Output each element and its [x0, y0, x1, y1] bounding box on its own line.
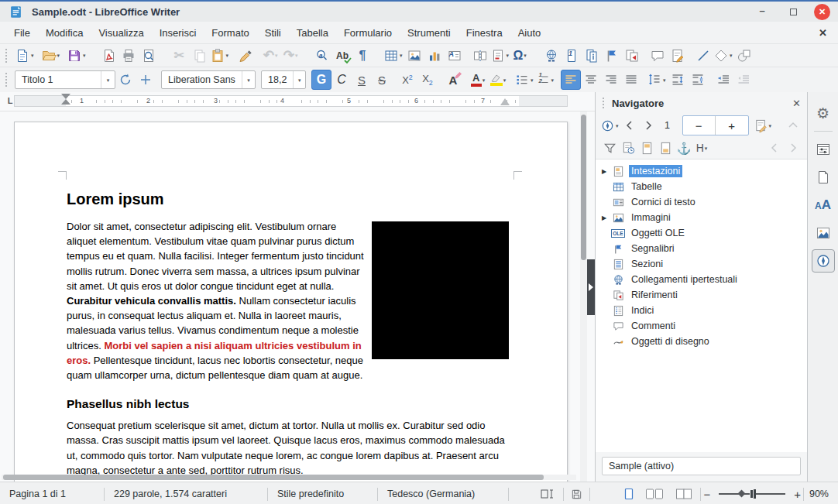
formatting-marks-button[interactable]: ¶	[352, 46, 373, 66]
bullet-list-button[interactable]: ▾	[514, 70, 535, 90]
font-size-combo[interactable]: 18,2 ▾	[261, 70, 306, 89]
menu-inserisci[interactable]: Inserisci	[152, 24, 204, 42]
tree-item-references[interactable]: Riferimenti	[596, 287, 807, 303]
tab-gallery[interactable]	[812, 221, 835, 245]
tree-item-label[interactable]: Indici	[629, 304, 656, 317]
tree-item-label[interactable]: Commenti	[629, 320, 678, 332]
dropdown-arrow-icon[interactable]: ▾	[295, 53, 298, 58]
horizontal-ruler[interactable]: L 1 2 3 4 5 6 7	[0, 92, 595, 111]
tree-item-label[interactable]: Collegamenti ipertestuali	[629, 273, 740, 286]
ruler-band[interactable]: 1 2 3 4 5 6 7	[14, 95, 568, 107]
tree-item-label[interactable]: Segnalibri	[629, 242, 677, 255]
increase-indent-button[interactable]	[713, 70, 733, 90]
paste-button[interactable]: ▾	[210, 46, 231, 66]
tree-item-label[interactable]: Cornici di testo	[629, 196, 698, 208]
dropdown-arrow-icon[interactable]: ▾	[226, 53, 229, 58]
paragraph-style-dropdown[interactable]: ▾	[101, 71, 115, 88]
document-selector[interactable]: Sample (attivo)	[602, 457, 801, 475]
insert-mode-status[interactable]	[534, 489, 563, 499]
redo-button[interactable]: ↷▾	[281, 46, 301, 66]
anchor-text-button[interactable]: ⚓	[675, 139, 693, 157]
menu-aiuto[interactable]: Aiuto	[510, 24, 549, 42]
document-page[interactable]: Lorem ipsum Dolor sit amet, consectetur …	[14, 122, 568, 482]
font-size-dropdown[interactable]: ▾	[293, 71, 305, 88]
page-minus-button[interactable]: −	[683, 116, 716, 135]
menu-finestra[interactable]: Finestra	[458, 24, 510, 42]
export-pdf-button[interactable]	[98, 46, 118, 66]
bold-button[interactable]: G	[311, 70, 331, 90]
new-style-button[interactable]	[136, 70, 156, 90]
cut-button[interactable]: ✂	[170, 46, 190, 66]
undo-button[interactable]: ↶▾	[261, 46, 281, 66]
menu-formato[interactable]: Formato	[204, 24, 256, 42]
word-count-status[interactable]: 229 parole, 1.574 caratteri	[105, 482, 267, 504]
view-single-page-button[interactable]	[616, 488, 641, 500]
set-reminder-button[interactable]	[619, 139, 637, 157]
heading-levels-button[interactable]: H▾	[693, 139, 712, 157]
document-paragraph-1[interactable]: Dolor sit amet, consectetur adipiscing e…	[67, 219, 509, 382]
tree-item-label[interactable]: Riferimenti	[629, 289, 680, 301]
menu-modifica[interactable]: Modifica	[38, 24, 91, 42]
align-right-button[interactable]	[601, 70, 621, 90]
document-canvas[interactable]: Lorem ipsum Dolor sit amet, consectetur …	[0, 111, 595, 482]
decrease-indent-button[interactable]	[733, 70, 754, 90]
cross-reference-button[interactable]	[622, 46, 642, 66]
spelling-button[interactable]: Ab	[332, 46, 352, 66]
superscript-button[interactable]: X2	[397, 70, 417, 90]
close-document-button[interactable]: ✕	[808, 27, 838, 39]
strikethrough-button[interactable]: S	[372, 70, 392, 90]
hyperlink-button[interactable]	[541, 46, 562, 66]
highlight-color-button[interactable]: ▾	[489, 70, 509, 90]
tab-styles[interactable]: AA	[812, 194, 835, 217]
update-style-button[interactable]	[115, 70, 136, 90]
bookmark-button[interactable]	[602, 46, 622, 66]
tree-item-comments[interactable]: Commenti	[596, 318, 807, 334]
footer-button[interactable]	[656, 139, 675, 157]
view-book-button[interactable]	[668, 488, 700, 500]
menu-tabella[interactable]: Tabella	[289, 24, 336, 42]
panel-grip[interactable]	[603, 98, 609, 108]
align-left-button[interactable]	[561, 70, 581, 90]
dropdown-arrow-icon[interactable]: ▾	[31, 53, 34, 58]
insert-endnote-button[interactable]	[582, 46, 602, 66]
dropdown-arrow-icon[interactable]: ▾	[507, 53, 510, 58]
dropdown-arrow-icon[interactable]: ▾	[769, 123, 772, 129]
dropdown-arrow-icon[interactable]: ▾	[730, 53, 733, 58]
earth-image[interactable]	[372, 221, 509, 359]
insert-comment-button[interactable]	[647, 46, 668, 66]
dropdown-arrow-icon[interactable]: ▾	[616, 123, 619, 129]
tree-item-headings[interactable]: ▶ Intestazioni	[596, 163, 807, 179]
tree-item-label[interactable]: Intestazioni	[629, 165, 682, 177]
sidebar-settings-button[interactable]: ⚙	[812, 101, 835, 125]
menu-visualizza[interactable]: Visualizza	[91, 24, 151, 42]
minimize-button[interactable]: –	[752, 4, 772, 19]
menu-formulario[interactable]: Formulario	[336, 24, 400, 42]
subscript-button[interactable]: X2	[417, 70, 438, 90]
tree-item-hyperlinks[interactable]: Collegamenti ipertestuali	[596, 272, 807, 287]
increase-paragraph-spacing-button[interactable]	[668, 70, 688, 90]
open-button[interactable]: ▾	[41, 46, 62, 66]
page-count-status[interactable]: Pagina 1 di 1	[0, 482, 104, 504]
toolbar-grip[interactable]	[5, 73, 12, 87]
edit-entry-button[interactable]: ▾	[754, 116, 774, 135]
page-break-button[interactable]	[470, 46, 490, 66]
dropdown-arrow-icon[interactable]: ▾	[705, 146, 708, 151]
next-button[interactable]	[639, 116, 658, 135]
zoom-slider[interactable]	[719, 493, 785, 495]
decrease-paragraph-spacing-button[interactable]	[688, 70, 708, 90]
dropdown-arrow-icon[interactable]: ▾	[83, 53, 86, 58]
navigate-by-button[interactable]: ▾	[600, 116, 620, 135]
tree-item-label[interactable]: Tabelle	[629, 180, 665, 193]
insert-footnote-button[interactable]: 1	[562, 46, 582, 66]
expand-arrow-icon[interactable]: ▶	[602, 214, 612, 221]
print-button[interactable]	[118, 46, 139, 66]
insert-chart-button[interactable]	[424, 46, 445, 66]
zoom-in-button[interactable]: +	[792, 488, 803, 501]
promote-chapter-button[interactable]	[765, 139, 784, 157]
horizontal-scrollbar[interactable]	[2, 475, 576, 480]
tree-item-indexes[interactable]: Indici	[596, 303, 807, 318]
numbered-list-button[interactable]: 12▾	[535, 70, 556, 90]
document-paragraph-2[interactable]: Consequat pretium scelerisque sit amet, …	[67, 418, 509, 478]
zoom-slider-thumb[interactable]	[750, 489, 754, 499]
tree-item-label[interactable]: Immagini	[629, 211, 673, 224]
